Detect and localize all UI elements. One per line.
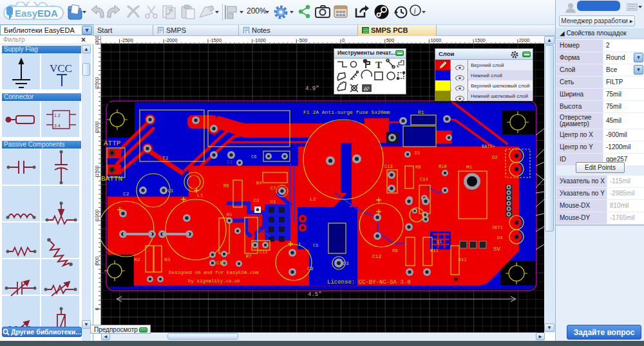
- svg-text:1 2: 1 2: [54, 113, 61, 118]
- svg-text:i: i: [414, 6, 416, 15]
- svg-text:-2000: -2000: [165, 37, 177, 43]
- svg-text:R9: R9: [392, 248, 397, 253]
- svg-text:-2500: -2500: [94, 77, 100, 89]
- svg-text:R10: R10: [439, 164, 447, 169]
- svg-text:4.9″: 4.9″: [305, 86, 319, 92]
- svg-text:500: 500: [386, 37, 395, 43]
- svg-text:R7: R7: [246, 254, 251, 259]
- svg-text:-1000: -1000: [94, 210, 100, 222]
- svg-text:D3: D3: [343, 260, 349, 266]
- svg-text:JP1: JP1: [128, 161, 136, 166]
- svg-text:-3000: -3000: [94, 36, 100, 45]
- svg-text:ATTP: ATTP: [104, 140, 121, 147]
- svg-text:-1000: -1000: [254, 37, 266, 43]
- svg-text:F1 2A Anti-surge fuse 5x20mm: F1 2A Anti-surge fuse 5x20mm: [303, 109, 390, 115]
- svg-text:by signality.co.uk: by signality.co.uk: [188, 278, 241, 284]
- svg-text:R8: R8: [415, 165, 421, 170]
- svg-text:1: 1: [298, 242, 301, 247]
- svg-text:EasyEDA: EasyEDA: [15, 8, 58, 19]
- svg-text:BATT+: BATT+: [482, 144, 495, 149]
- svg-text:Designed on and for EasyEDA.co: Designed on and for EasyEDA.com: [169, 270, 259, 275]
- svg-text:0: 0: [342, 37, 345, 43]
- svg-text:T: T: [375, 60, 382, 70]
- svg-text:License: CC-BY-NC-SA 3.0: License: CC-BY-NC-SA 3.0: [327, 279, 411, 286]
- svg-text:1000: 1000: [430, 37, 441, 43]
- svg-text:R3: R3: [164, 257, 171, 262]
- svg-text:1500: 1500: [475, 37, 486, 43]
- svg-text:R1: R1: [418, 109, 424, 115]
- svg-text:U1: U1: [270, 199, 276, 205]
- svg-text:C10: C10: [216, 260, 225, 266]
- svg-text:C5: C5: [313, 243, 318, 248]
- svg-text:D1: D1: [415, 150, 420, 156]
- svg-text:C13: C13: [384, 164, 393, 169]
- svg-text:C1: C1: [227, 159, 232, 165]
- svg-text:C8: C8: [254, 198, 259, 203]
- svg-text:4.5″: 4.5″: [308, 291, 322, 298]
- svg-text:R11: R11: [430, 248, 439, 253]
- svg-text:C12: C12: [372, 253, 382, 259]
- svg-text:-500: -500: [94, 257, 100, 266]
- svg-text:-2500: -2500: [121, 37, 133, 43]
- svg-text:C14: C14: [420, 177, 428, 182]
- svg-text:VCC: VCC: [50, 62, 72, 75]
- svg-text:R12: R12: [459, 257, 467, 262]
- svg-text:C7: C7: [270, 186, 276, 191]
- svg-text:C2: C2: [123, 191, 129, 197]
- svg-text:L2: L2: [310, 196, 316, 202]
- svg-text:5V: 5V: [493, 246, 500, 253]
- svg-text:SKT1: SKT1: [492, 225, 503, 230]
- svg-text:C9: C9: [307, 266, 314, 271]
- svg-text:D4: D4: [497, 235, 502, 241]
- svg-text:0: 0: [94, 307, 100, 310]
- svg-text:BATTN: BATTN: [101, 175, 122, 183]
- svg-text:C11: C11: [260, 250, 268, 255]
- svg-text:R6: R6: [223, 183, 229, 188]
- svg-text:C6: C6: [251, 154, 256, 159]
- svg-text:R2: R2: [134, 257, 140, 262]
- svg-text:-1500: -1500: [209, 37, 222, 43]
- svg-text:2000: 2000: [519, 37, 530, 43]
- svg-text:-500: -500: [298, 37, 307, 43]
- svg-text:-1500: -1500: [94, 165, 100, 178]
- svg-text:+L3: +L3: [165, 188, 173, 194]
- svg-text:-2000: -2000: [94, 122, 100, 134]
- svg-text:L1: L1: [197, 192, 204, 198]
- svg-text:R5: R5: [227, 212, 232, 217]
- svg-text:T1: T1: [162, 155, 169, 161]
- svg-text:3 4: 3 4: [54, 123, 61, 128]
- svg-text:D2: D2: [492, 155, 497, 160]
- svg-text:Q1: Q1: [437, 239, 442, 244]
- svg-text:R4: R4: [256, 181, 261, 186]
- svg-text:M1: M1: [466, 164, 473, 170]
